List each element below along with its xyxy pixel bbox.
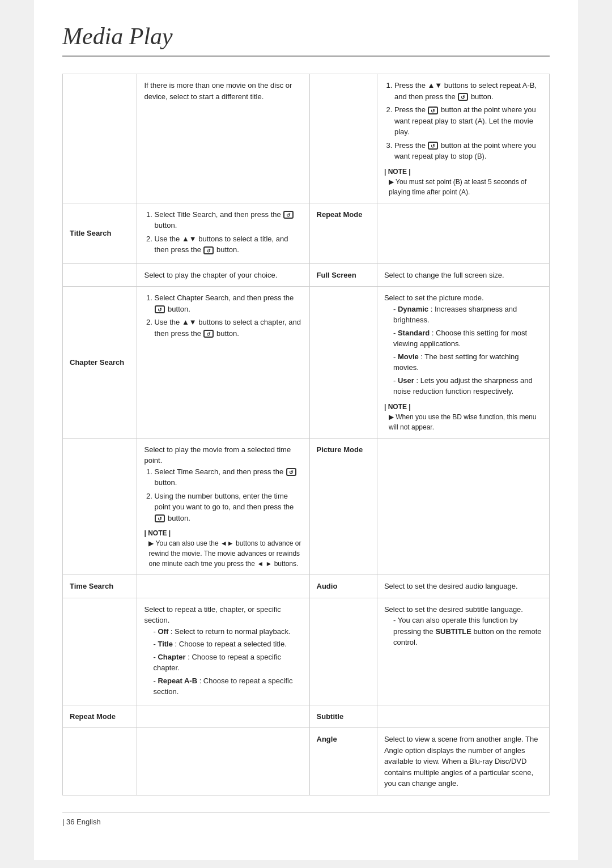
angle-content: Select to view a scene from another angl… [377, 728, 549, 795]
right-label-cell [309, 74, 377, 203]
right-content-cell: Press the ▲▼ buttons to select repeat A-… [377, 74, 549, 203]
table-row: Angle Select to view a scene from anothe… [63, 728, 550, 795]
content-cell-empty [137, 728, 309, 795]
note-block: | NOTE | You must set point (B) at least… [384, 167, 542, 197]
picture-mode-label-cell [377, 438, 549, 575]
enter-icon: ↺ [283, 211, 294, 219]
label-cell-empty [63, 263, 137, 287]
enter-icon: ↺ [428, 142, 438, 150]
repeat-ab-label: Repeat A-B [158, 676, 197, 685]
label-cell-empty [63, 438, 137, 575]
page-title: Media Play [62, 23, 550, 57]
label-cell-empty [63, 598, 137, 705]
repeat-mode-content-left: Select to repeat a title, chapter, or sp… [137, 598, 309, 705]
audio-content: Select to set the desired audio language… [377, 575, 549, 598]
subtitle-label: Subtitle [309, 705, 377, 728]
content-cell-empty [137, 575, 309, 598]
label-cell-empty [309, 598, 377, 705]
standard-label: Standard [398, 329, 430, 337]
picture-mode-label: Picture Mode [309, 438, 377, 575]
table-row: Select to play the movie from a selected… [63, 438, 550, 575]
table-row: Time Search Audio Select to set the desi… [63, 575, 550, 598]
table-row: Chapter Search Select Chapter Search, an… [63, 287, 550, 439]
content-cell-empty [137, 705, 309, 728]
content-table: If there is more than one movie on the d… [62, 74, 550, 795]
note-item: You must set point (B) at least 5 second… [389, 177, 542, 197]
title-label: Title [158, 640, 173, 648]
subtitle-button-label: SUBTITLE [435, 627, 471, 636]
chapter-label: Chapter [158, 653, 185, 661]
note-block: | NOTE | You can also use the ◄► buttons… [144, 528, 302, 569]
time-search-content: Select to play the movie from a selected… [137, 438, 309, 575]
table-row: Title Search Select Title Search, and th… [63, 203, 550, 263]
note-title: | NOTE | [144, 528, 302, 538]
off-label: Off [158, 627, 168, 636]
table-row: If there is more than one movie on the d… [63, 74, 550, 203]
enter-icon: ↺ [428, 107, 438, 114]
time-search-label: Time Search [63, 575, 137, 598]
angle-label: Angle [309, 728, 377, 795]
enter-icon: ↺ [203, 330, 214, 338]
dynamic-label: Dynamic [398, 305, 428, 313]
table-row: Select to play the chapter of your choic… [63, 263, 550, 287]
page-footer: | 36 English [62, 812, 550, 826]
note-title: | NOTE | [384, 402, 542, 412]
audio-label: Audio [309, 575, 377, 598]
note-block: | NOTE | When you use the BD wise functi… [384, 402, 542, 432]
repeat-mode-label: Repeat Mode [309, 203, 377, 263]
enter-icon: ↺ [286, 468, 296, 476]
enter-icon: ↺ [203, 246, 214, 254]
full-screen-content: Select to change the full screen size. [377, 263, 549, 287]
repeat-mode-content [377, 203, 549, 263]
enter-icon: ↺ [155, 305, 165, 313]
chapter-search-label: Chapter Search [63, 287, 137, 439]
enter-icon: ↺ [458, 93, 468, 101]
label-cell-empty [63, 728, 137, 795]
content-cell-empty [377, 705, 549, 728]
full-screen-label: Full Screen [309, 263, 377, 287]
note-title: | NOTE | [384, 167, 542, 177]
picture-mode-content: Select to set the picture mode. Dynamic … [377, 287, 549, 439]
subtitle-content: Select to set the desired subtitle langu… [377, 598, 549, 705]
page-container: Media Play If there is more than one mov… [34, 0, 578, 860]
user-label: User [398, 376, 414, 385]
enter-icon: ↺ [155, 514, 165, 522]
content-cell: If there is more than one movie on the d… [137, 74, 309, 203]
note-item: When you use the BD wise function, this … [389, 412, 542, 432]
repeat-mode-label-left: Repeat Mode [63, 705, 137, 728]
chapter-intro: Select to play the chapter of your choic… [137, 263, 309, 287]
label-cell [63, 74, 137, 203]
note-item: You can also use the ◄► buttons to advan… [148, 538, 302, 569]
table-row: Select to repeat a title, chapter, or sp… [63, 598, 550, 705]
title-search-label: Title Search [63, 203, 137, 263]
table-row: Repeat Mode Subtitle [63, 705, 550, 728]
movie-label: Movie [398, 352, 419, 361]
title-search-content: Select Title Search, and then press the … [137, 203, 309, 263]
chapter-search-content: Select Chapter Search, and then press th… [137, 287, 309, 439]
label-cell-empty [309, 287, 377, 439]
